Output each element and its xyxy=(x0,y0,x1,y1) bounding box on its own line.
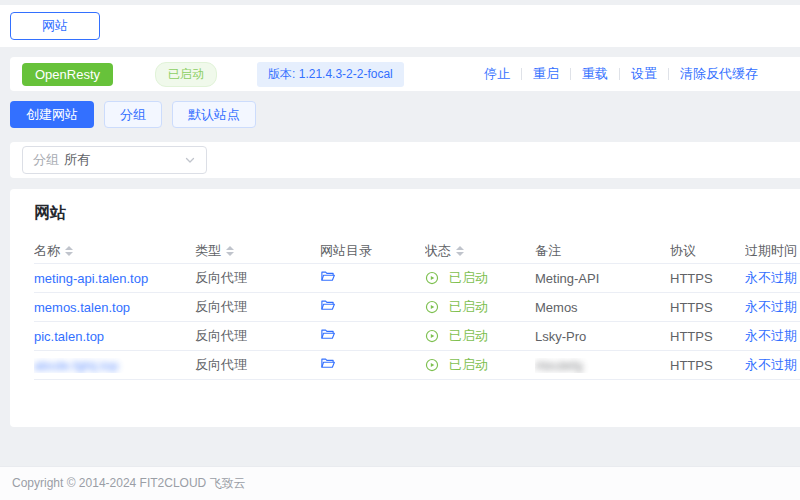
website-toolbar: 创建网站 分组 默认站点 xyxy=(10,101,800,128)
divider xyxy=(619,68,620,80)
play-circle-icon xyxy=(425,329,444,343)
openresty-version-badge: 版本: 1.21.4.3-2-2-focal xyxy=(257,62,404,87)
openresty-status-badge: 已启动 xyxy=(155,62,217,87)
website-type: 反向代理 xyxy=(195,269,247,287)
footer: Copyright © 2014-2024 FIT2CLOUD 飞致云 xyxy=(0,466,800,500)
play-circle-icon xyxy=(425,271,444,285)
reload-link[interactable]: 重载 xyxy=(582,65,608,83)
filter-card: 分组 所有 xyxy=(10,142,800,178)
website-name-link[interactable]: memos.talen.top xyxy=(34,300,130,315)
default-site-button[interactable]: 默认站点 xyxy=(172,101,256,128)
website-table-card: 网站 名称 类型 网站目录 状态 备注 协议 xyxy=(10,189,800,427)
website-type: 反向代理 xyxy=(195,298,247,316)
website-expire-link[interactable]: 永不过期 xyxy=(745,269,797,287)
website-remark: Lsky-Pro xyxy=(535,329,586,344)
sort-icon[interactable] xyxy=(65,246,73,256)
settings-link[interactable]: 设置 xyxy=(631,65,657,83)
group-filter-select[interactable]: 分组 所有 xyxy=(22,146,207,174)
openresty-status-card: OpenResty 已启动 版本: 1.21.4.3-2-2-focal 停止 … xyxy=(10,57,800,91)
divider xyxy=(521,68,522,80)
website-status: 已启动 xyxy=(449,269,488,287)
website-status: 已启动 xyxy=(449,327,488,345)
website-table: 名称 类型 网站目录 状态 备注 协议 过期时间 xyxy=(34,239,800,380)
column-header-type[interactable]: 类型 xyxy=(195,242,320,260)
stop-link[interactable]: 停止 xyxy=(484,65,510,83)
website-name-link[interactable]: meting-api.talen.top xyxy=(34,271,148,286)
tab-websites[interactable]: 网站 xyxy=(10,12,100,40)
website-protocol: HTTPS xyxy=(670,300,713,315)
folder-icon xyxy=(320,356,335,374)
sort-icon[interactable] xyxy=(456,246,464,256)
open-directory-button[interactable] xyxy=(320,298,335,316)
create-website-button[interactable]: 创建网站 xyxy=(10,101,94,128)
divider xyxy=(668,68,669,80)
table-row: memos.talen.top 反向代理 已启动 Memos xyxy=(34,293,800,322)
website-type: 反向代理 xyxy=(195,327,247,345)
table-row: meting-api.talen.top 反向代理 已启动 Me xyxy=(34,264,800,293)
folder-icon xyxy=(320,269,335,287)
table-row: pic.talen.top 反向代理 已启动 Lsky-Pro xyxy=(34,322,800,351)
restart-link[interactable]: 重启 xyxy=(533,65,559,83)
website-expire-link[interactable]: 永不过期 xyxy=(745,356,797,374)
column-header-protocol: 协议 xyxy=(670,242,745,260)
website-name-link[interactable]: abcde.fghij.top xyxy=(34,358,119,373)
folder-icon xyxy=(320,327,335,345)
open-directory-button[interactable] xyxy=(320,356,335,374)
website-protocol: HTTPS xyxy=(670,329,713,344)
website-remark: Memos xyxy=(535,300,578,315)
website-protocol: HTTPS xyxy=(670,271,713,286)
copyright-text: Copyright © 2014-2024 FIT2CLOUD 飞致云 xyxy=(12,475,246,492)
website-protocol: HTTPS xyxy=(670,358,713,373)
website-status: 已启动 xyxy=(449,356,488,374)
table-header-row: 名称 类型 网站目录 状态 备注 协议 过期时间 xyxy=(34,239,800,264)
website-status: 已启动 xyxy=(449,298,488,316)
group-filter-prefix: 分组 xyxy=(33,151,59,169)
top-route-bar: 网站 xyxy=(0,5,800,47)
table-row: abcde.fghij.top 反向代理 已启动 Abcdefg xyxy=(34,351,800,380)
website-expire-link[interactable]: 永不过期 xyxy=(745,298,797,316)
group-filter-value: 所有 xyxy=(64,151,90,169)
website-type: 反向代理 xyxy=(195,356,247,374)
group-button[interactable]: 分组 xyxy=(104,101,162,128)
play-circle-icon xyxy=(425,358,444,372)
open-directory-button[interactable] xyxy=(320,327,335,345)
chevron-down-icon xyxy=(184,154,196,166)
open-directory-button[interactable] xyxy=(320,269,335,287)
column-header-expire: 过期时间 xyxy=(745,242,800,260)
table-title: 网站 xyxy=(34,203,800,224)
website-name-link[interactable]: pic.talen.top xyxy=(34,329,104,344)
openresty-actions: 停止 重启 重载 设置 清除反代缓存 xyxy=(484,65,800,83)
website-remark: Meting-API xyxy=(535,271,599,286)
column-header-name[interactable]: 名称 xyxy=(34,242,195,260)
folder-icon xyxy=(320,298,335,316)
column-header-directory: 网站目录 xyxy=(320,242,425,260)
website-expire-link[interactable]: 永不过期 xyxy=(745,327,797,345)
divider xyxy=(570,68,571,80)
sort-icon[interactable] xyxy=(226,246,234,256)
table-body: meting-api.talen.top 反向代理 已启动 Me xyxy=(34,264,800,380)
website-remark: Abcdefg xyxy=(535,358,583,373)
column-header-status[interactable]: 状态 xyxy=(425,242,535,260)
openresty-app-button[interactable]: OpenResty xyxy=(22,63,113,86)
column-header-remark: 备注 xyxy=(535,242,670,260)
clear-proxy-cache-link[interactable]: 清除反代缓存 xyxy=(680,65,758,83)
play-circle-icon xyxy=(425,300,444,314)
